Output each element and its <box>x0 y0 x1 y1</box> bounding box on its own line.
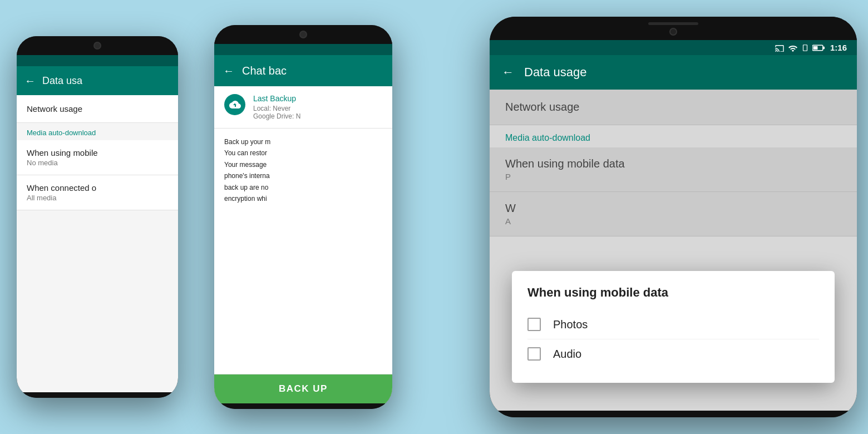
phone-1: ← Data usa Network usage Media auto-down… <box>17 36 178 398</box>
phone1-when-connected[interactable]: When connected o All media <box>17 175 178 210</box>
phone1-back-button[interactable]: ← <box>24 75 36 87</box>
phone-3: 1:16 ← Data usage Network usage Media au… <box>490 17 857 417</box>
phone1-network-usage[interactable]: Network usage <box>17 95 178 123</box>
phone2-last-backup-title: Last Backup <box>253 94 300 103</box>
phone2-google-drive: Google Drive: N <box>253 112 300 120</box>
phone3-dialog-overlay: When using mobile data Photos Audio <box>490 90 857 411</box>
phone1-section-header: Media auto-download <box>17 123 178 140</box>
phone3-top <box>490 17 857 40</box>
phone1-network-usage-label: Network usage <box>27 104 168 114</box>
phone2-status-bar <box>214 44 392 55</box>
phone3-dialog[interactable]: When using mobile data Photos Audio <box>512 271 835 383</box>
phone1-title: Data usa <box>42 75 82 87</box>
phone2-bottom <box>214 403 392 409</box>
dialog-photos-item[interactable]: Photos <box>527 310 819 339</box>
phone2-title: Chat bac <box>242 65 287 77</box>
photos-checkbox[interactable] <box>527 318 541 331</box>
phone2-cloud-icon <box>224 94 245 115</box>
phone2-content: Last Backup Local: Never Google Drive: N… <box>214 86 392 403</box>
phone2-top <box>214 25 392 44</box>
photos-label: Photos <box>553 318 588 331</box>
phone2-backup-details: Last Backup Local: Never Google Drive: N <box>253 94 300 120</box>
battery-icon <box>812 44 825 52</box>
phone3-camera <box>669 28 677 36</box>
phone2-body-text: Back up your m You can restor Your messa… <box>214 129 392 374</box>
phone3-time: 1:16 <box>830 43 847 52</box>
phone1-app-bar: ← Data usa <box>17 66 178 95</box>
phone3-back-button[interactable]: ← <box>502 65 514 80</box>
phone3-speaker <box>648 22 698 25</box>
phone1-when-mobile-label: When using mobile <box>27 148 168 157</box>
phone1-when-mobile[interactable]: When using mobile No media <box>17 140 178 175</box>
phone2-app-bar: ← Chat bac <box>214 55 392 86</box>
phone2-last-backup[interactable]: Last Backup Local: Never Google Drive: N <box>214 86 392 129</box>
dialog-audio-item[interactable]: Audio <box>527 339 819 368</box>
phone2-camera <box>299 31 307 38</box>
phone1-content: Network usage Media auto-download When u… <box>17 95 178 392</box>
phone3-status-bar: 1:16 <box>490 40 857 55</box>
phone1-camera <box>93 42 101 50</box>
svg-rect-2 <box>823 46 825 49</box>
cloud-upload-icon <box>229 100 241 110</box>
phone1-bottom <box>17 392 178 398</box>
phone2-back-button[interactable]: ← <box>223 65 234 77</box>
phone1-when-connected-sub: All media <box>27 194 168 202</box>
signal-icon <box>801 44 809 52</box>
audio-checkbox[interactable] <box>527 347 541 361</box>
phone3-title: Data usage <box>524 65 587 80</box>
phone3-signal-icons: 1:16 <box>775 43 847 52</box>
phone1-when-mobile-sub: No media <box>27 159 168 167</box>
scene: ← Data usa Network usage Media auto-down… <box>0 0 868 434</box>
phone3-app-bar: ← Data usage <box>490 55 857 90</box>
cast-icon <box>775 44 785 52</box>
audio-label: Audio <box>553 348 581 361</box>
phone2-local: Local: Never <box>253 105 300 112</box>
phone-2: ← Chat bac Last Backup Local: Never Goog… <box>214 25 392 409</box>
dialog-title: When using mobile data <box>527 285 819 300</box>
phone1-when-connected-label: When connected o <box>27 183 168 193</box>
wifi-icon <box>788 44 798 52</box>
phone3-content: Network usage Media auto-download When u… <box>490 90 857 411</box>
svg-rect-1 <box>813 46 818 49</box>
phone3-bottom <box>490 411 857 417</box>
phone2-backup-button[interactable]: BACK UP <box>214 374 392 403</box>
phone1-status-bar <box>17 55 178 66</box>
phone1-top <box>17 36 178 55</box>
